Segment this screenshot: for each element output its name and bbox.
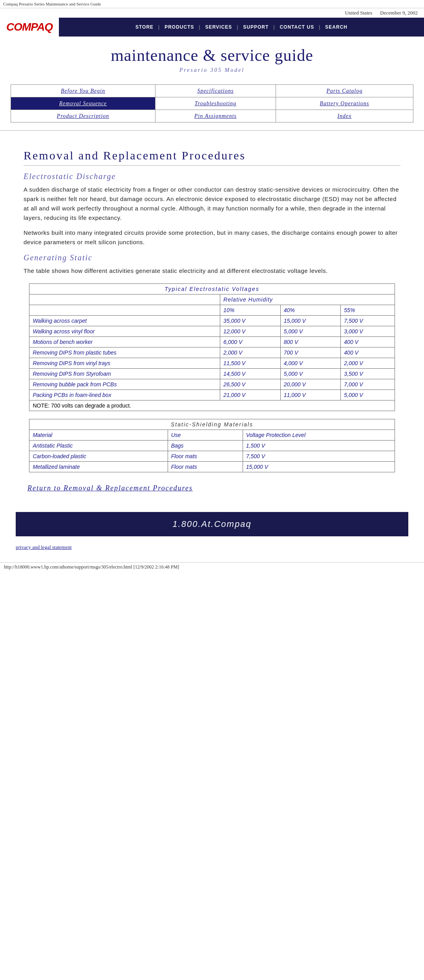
table-row: Removing DIPS from plastic tubes2,000 V7… bbox=[29, 347, 395, 358]
tab-specifications[interactable]: Specifications bbox=[197, 88, 234, 94]
table-row: Antistatic PlasticBags1,500 V bbox=[29, 441, 395, 451]
table-row: Metallized laminateFloor mats15,000 V bbox=[29, 462, 395, 472]
header: COMPAQ STORE | PRODUCTS | SERVICES | SUP… bbox=[0, 18, 424, 37]
page-title-area: maintenance & service guide Presario 305… bbox=[0, 37, 424, 77]
page-title: maintenance & service guide bbox=[6, 46, 418, 65]
nav-table: Before You Begin Specifications Parts Ca… bbox=[11, 84, 413, 122]
table-row: Motions of bench worker6,000 V800 V400 V bbox=[29, 337, 395, 347]
page-subtitle: Presario 305 Model bbox=[6, 67, 418, 73]
table-row: Walking across vinyl floor12,000 V5,000 … bbox=[29, 326, 395, 337]
nav-search[interactable]: SEARCH bbox=[320, 19, 352, 35]
tab-battery-operations[interactable]: Battery Operations bbox=[320, 101, 369, 106]
nav-products[interactable]: PRODUCTS bbox=[160, 19, 199, 35]
table1-note-row: NOTE: 700 volts can degrade a product. bbox=[29, 400, 395, 411]
browser-title: Compaq Presario Series Maintenance and S… bbox=[0, 0, 424, 8]
tab-before-you-begin[interactable]: Before You Begin bbox=[61, 88, 105, 94]
privacy-link[interactable]: privacy and legal statement bbox=[16, 544, 408, 550]
date-label: December 9, 2002 bbox=[380, 10, 418, 16]
table-row: Removing DIPS from Styrofoam14,500 V5,00… bbox=[29, 369, 395, 379]
subsection-generating-title: Generating Static bbox=[24, 253, 400, 262]
status-bar: http://h18000.www1.hp.com/athome/support… bbox=[0, 562, 424, 572]
tab-removal-sequence[interactable]: Removal Sequence bbox=[59, 101, 107, 106]
section-title: Removal and Replacement Procedures bbox=[24, 149, 400, 166]
table-row: Walking across carpet35,000 V15,000 V7,5… bbox=[29, 316, 395, 326]
tab-parts-catalog[interactable]: Parts Catalog bbox=[326, 88, 362, 94]
paragraph-static: The table shows how different activities… bbox=[24, 266, 400, 276]
table-row: Removing bubble pack from PCBs26,500 V20… bbox=[29, 379, 395, 390]
nav-store[interactable]: STORE bbox=[131, 19, 158, 35]
table-row: Packing PCBs in foam-lined box21,000 V11… bbox=[29, 390, 395, 400]
table1-col-40: 40% bbox=[280, 305, 341, 316]
table2-col-material: Material bbox=[29, 430, 168, 441]
main-nav: STORE | PRODUCTS | SERVICES | SUPPORT | … bbox=[59, 19, 424, 35]
table2-title: Static-Shielding Materials bbox=[29, 419, 395, 430]
nav-services[interactable]: SERVICES bbox=[201, 19, 237, 35]
tab-product-description[interactable]: Product Description bbox=[57, 113, 109, 119]
top-bar: United States December 9, 2002 bbox=[0, 8, 424, 18]
tab-troubleshooting[interactable]: Troubleshooting bbox=[195, 101, 236, 106]
table1-humidity-header: Relative Humidity bbox=[220, 294, 395, 305]
table1-title: Typical Electrostatic Voltages bbox=[29, 284, 395, 294]
table1-col-55: 55% bbox=[341, 305, 395, 316]
paragraph-esd-1: A sudden discharge of static electricity… bbox=[24, 185, 400, 223]
region-label: United States bbox=[345, 10, 373, 16]
tab-index[interactable]: Index bbox=[337, 113, 351, 119]
table2-col-use: Use bbox=[168, 430, 243, 441]
table-row: Removing DIPS from vinyl trays11,500 V4,… bbox=[29, 358, 395, 369]
table1-col-headers: 10% 40% 55% bbox=[29, 305, 395, 316]
shielding-materials-table: Static-Shielding Materials Material Use … bbox=[29, 419, 395, 472]
nav-support[interactable]: SUPPORT bbox=[238, 19, 273, 35]
table2-col-voltage: Voltage Protection Level bbox=[243, 430, 395, 441]
table1-empty-header bbox=[29, 294, 220, 305]
table1-col-10: 10% bbox=[220, 305, 281, 316]
tab-pin-assignments[interactable]: Pin Assignments bbox=[194, 113, 237, 119]
table1-col-activity bbox=[29, 305, 220, 316]
electrostatic-voltages-table: Typical Electrostatic Voltages Relative … bbox=[29, 283, 395, 411]
subsection-esd-title: Electrostatic Discharge bbox=[24, 172, 400, 181]
main-content: Removal and Replacement Procedures Elect… bbox=[8, 137, 416, 504]
return-link[interactable]: Return to Removal & Replacement Procedur… bbox=[27, 484, 400, 492]
paragraph-esd-2: Networks built into many integrated circ… bbox=[24, 228, 400, 247]
logo-area: COMPAQ bbox=[0, 18, 59, 37]
compaq-logo[interactable]: COMPAQ bbox=[6, 21, 53, 33]
phone-footer: 1.800.At.Compaq bbox=[16, 512, 408, 536]
table-row: Carbon-loaded plasticFloor mats7,500 V bbox=[29, 451, 395, 462]
nav-contact-us[interactable]: CONTACT US bbox=[275, 19, 319, 35]
